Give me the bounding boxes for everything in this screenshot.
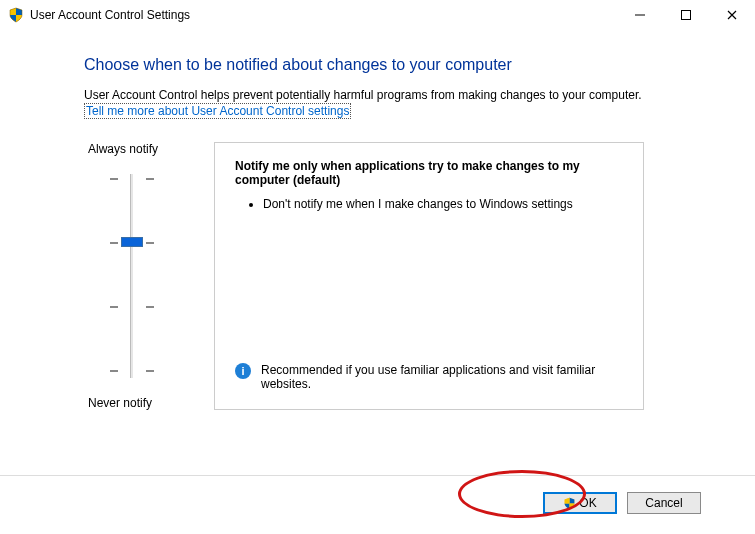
cancel-button[interactable]: Cancel xyxy=(627,492,701,514)
info-icon: i xyxy=(235,363,251,379)
slider-tick xyxy=(102,306,162,307)
page-heading: Choose when to be notified about changes… xyxy=(84,56,695,74)
panel-title: Notify me only when applications try to … xyxy=(235,159,623,187)
help-link[interactable]: Tell me more about User Account Control … xyxy=(84,103,351,119)
window-title: User Account Control Settings xyxy=(30,8,190,22)
ok-button-label: OK xyxy=(579,496,596,510)
cancel-button-label: Cancel xyxy=(645,496,682,510)
slider-label-bottom: Never notify xyxy=(88,396,204,410)
svg-rect-0 xyxy=(635,15,645,16)
slider-track xyxy=(130,174,134,378)
notification-panel: Notify me only when applications try to … xyxy=(214,142,644,410)
description-text: User Account Control helps prevent poten… xyxy=(84,88,695,102)
recommendation-text: Recommended if you use familiar applicat… xyxy=(261,363,623,391)
ok-button[interactable]: OK xyxy=(543,492,617,514)
slider-label-top: Always notify xyxy=(88,142,204,156)
maximize-button[interactable] xyxy=(663,0,709,30)
slider-tick xyxy=(102,178,162,179)
slider-tick xyxy=(102,370,162,371)
footer-separator xyxy=(0,475,755,476)
notify-slider[interactable] xyxy=(102,166,162,386)
minimize-button[interactable] xyxy=(617,0,663,30)
slider-column: Always notify Never notify xyxy=(84,142,204,410)
svg-rect-1 xyxy=(682,11,691,20)
window-buttons xyxy=(617,0,755,30)
content-area: Choose when to be notified about changes… xyxy=(0,30,755,410)
footer-buttons: OK Cancel xyxy=(543,492,701,514)
titlebar: User Account Control Settings xyxy=(0,0,755,30)
slider-thumb[interactable] xyxy=(121,237,143,247)
recommendation-row: i Recommended if you use familiar applic… xyxy=(235,363,623,391)
panel-bullet-list: Don't notify me when I make changes to W… xyxy=(235,197,623,211)
panel-bullet: Don't notify me when I make changes to W… xyxy=(263,197,623,211)
shield-icon xyxy=(563,497,576,510)
shield-icon xyxy=(8,7,24,23)
close-button[interactable] xyxy=(709,0,755,30)
